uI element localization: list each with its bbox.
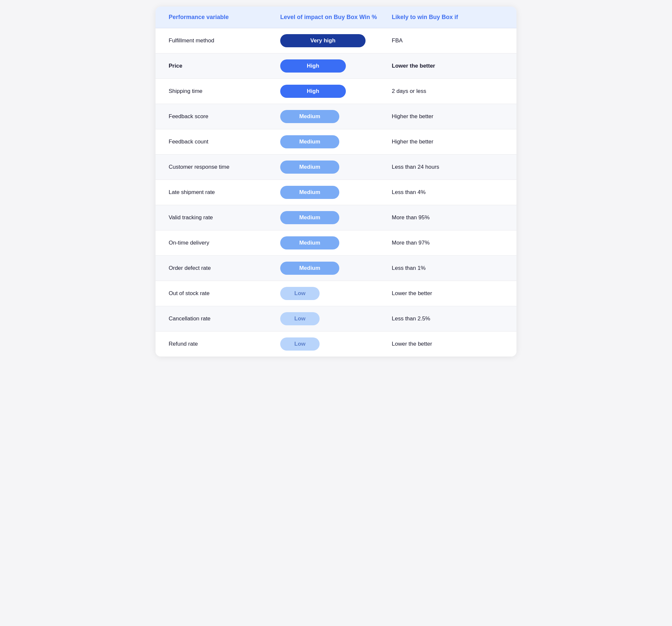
- header-performance-variable: Performance variable: [169, 14, 280, 21]
- table-row: Shipping timeHigh2 days or less: [155, 79, 517, 104]
- table-row: Valid tracking rateMediumMore than 95%: [155, 205, 517, 230]
- impact-badge-8: Medium: [280, 236, 339, 250]
- row-impact-4: Medium: [280, 135, 392, 148]
- table-body: Fulfillment methodVery highFBAPriceHighL…: [155, 28, 517, 356]
- row-condition-11: Less than 2.5%: [392, 316, 503, 322]
- row-variable-2: Shipping time: [169, 88, 280, 95]
- row-variable-9: Order defect rate: [169, 265, 280, 272]
- row-condition-7: More than 95%: [392, 214, 503, 221]
- impact-badge-3: Medium: [280, 110, 339, 123]
- impact-badge-0: Very high: [280, 34, 365, 47]
- table-header: Performance variable Level of impact on …: [155, 6, 517, 28]
- row-variable-6: Late shipment rate: [169, 189, 280, 195]
- buy-box-table: Performance variable Level of impact on …: [155, 6, 517, 356]
- row-impact-3: Medium: [280, 110, 392, 123]
- row-variable-1: Price: [169, 63, 280, 69]
- row-variable-0: Fulfillment method: [169, 38, 280, 44]
- row-variable-8: On-time delivery: [169, 240, 280, 246]
- table-row: Refund rateLowLower the better: [155, 331, 517, 356]
- impact-badge-11: Low: [280, 312, 319, 325]
- impact-badge-5: Medium: [280, 161, 339, 173]
- row-condition-5: Less than 24 hours: [392, 164, 503, 170]
- impact-badge-7: Medium: [280, 211, 339, 224]
- table-row: Cancellation rateLowLess than 2.5%: [155, 306, 517, 331]
- row-impact-0: Very high: [280, 34, 392, 47]
- row-impact-2: High: [280, 85, 392, 98]
- row-condition-6: Less than 4%: [392, 189, 503, 195]
- impact-badge-12: Low: [280, 338, 319, 351]
- row-impact-7: Medium: [280, 211, 392, 224]
- row-condition-3: Higher the better: [392, 113, 503, 120]
- row-variable-12: Refund rate: [169, 341, 280, 347]
- table-row: Out of stock rateLowLower the better: [155, 281, 517, 306]
- row-condition-12: Lower the better: [392, 341, 503, 347]
- row-variable-5: Customer response time: [169, 164, 280, 170]
- row-impact-6: Medium: [280, 186, 392, 199]
- row-variable-7: Valid tracking rate: [169, 214, 280, 221]
- impact-badge-6: Medium: [280, 186, 339, 199]
- table-row: PriceHighLower the better: [155, 53, 517, 79]
- row-condition-2: 2 days or less: [392, 88, 503, 95]
- row-condition-8: More than 97%: [392, 240, 503, 246]
- row-condition-9: Less than 1%: [392, 265, 503, 272]
- impact-badge-2: High: [280, 85, 346, 98]
- impact-badge-4: Medium: [280, 135, 339, 148]
- row-impact-11: Low: [280, 312, 392, 325]
- row-variable-10: Out of stock rate: [169, 290, 280, 297]
- table-row: Feedback countMediumHigher the better: [155, 129, 517, 155]
- row-condition-4: Higher the better: [392, 139, 503, 145]
- row-condition-10: Lower the better: [392, 290, 503, 297]
- table-row: Order defect rateMediumLess than 1%: [155, 256, 517, 281]
- row-impact-8: Medium: [280, 236, 392, 250]
- table-row: Feedback scoreMediumHigher the better: [155, 104, 517, 129]
- header-impact-level: Level of impact on Buy Box Win %: [280, 14, 392, 21]
- row-condition-1: Lower the better: [392, 63, 503, 69]
- row-condition-0: FBA: [392, 38, 503, 44]
- table-row: On-time deliveryMediumMore than 97%: [155, 230, 517, 256]
- row-impact-5: Medium: [280, 161, 392, 173]
- row-impact-9: Medium: [280, 262, 392, 275]
- impact-badge-9: Medium: [280, 262, 339, 275]
- table-row: Customer response timeMediumLess than 24…: [155, 155, 517, 180]
- row-impact-12: Low: [280, 338, 392, 351]
- table-row: Fulfillment methodVery highFBA: [155, 28, 517, 53]
- row-variable-4: Feedback count: [169, 139, 280, 145]
- row-impact-10: Low: [280, 287, 392, 300]
- row-variable-11: Cancellation rate: [169, 316, 280, 322]
- row-impact-1: High: [280, 60, 392, 73]
- table-row: Late shipment rateMediumLess than 4%: [155, 180, 517, 205]
- header-win-condition: Likely to win Buy Box if: [392, 14, 503, 21]
- impact-badge-10: Low: [280, 287, 319, 300]
- impact-badge-1: High: [280, 60, 346, 73]
- row-variable-3: Feedback score: [169, 113, 280, 120]
